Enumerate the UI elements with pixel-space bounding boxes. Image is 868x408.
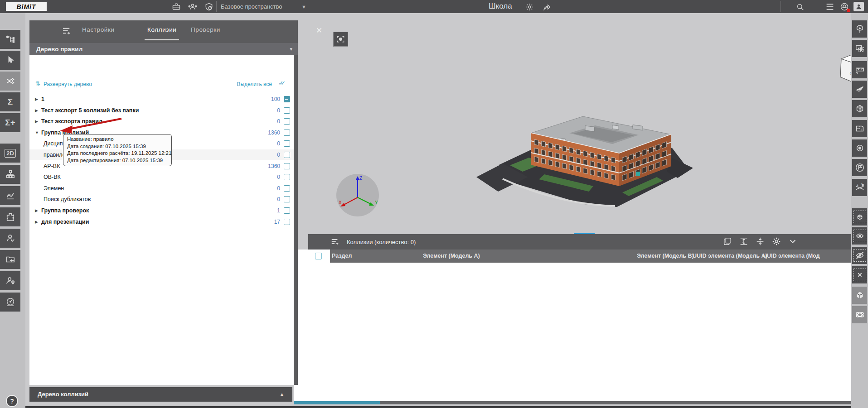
tree-item-label[interactable]: правило (44, 152, 66, 158)
tool-charts[interactable] (0, 186, 20, 205)
column-header[interactable]: Раздел (332, 253, 352, 259)
tool-orbit-mode[interactable] (852, 306, 867, 323)
tree-item-checkbox[interactable] (284, 130, 290, 136)
notifications-icon[interactable] (839, 2, 849, 12)
tool-collisions-tool[interactable] (0, 72, 20, 91)
expand-arrow-icon[interactable]: ▶ (35, 108, 39, 113)
shield-clock-icon[interactable] (204, 2, 214, 12)
expand-arrow-icon[interactable]: ▶ (35, 97, 39, 101)
search-icon[interactable] (795, 2, 805, 12)
tab-checks[interactable]: Проверки (191, 26, 220, 33)
share-icon[interactable] (542, 2, 552, 12)
tree-item-label[interactable]: ОВ-ВК (44, 174, 61, 180)
tool-dashboard-gauge[interactable] (0, 293, 20, 312)
tool-model-tree[interactable] (0, 30, 20, 49)
tool-view-2d[interactable]: 2D (0, 144, 20, 163)
tool-show-selected[interactable] (852, 227, 867, 245)
expand-arrow-icon[interactable]: ▶ (35, 220, 39, 224)
tree-item-checkbox[interactable] (284, 207, 290, 214)
close-icon[interactable]: ✕ (316, 26, 322, 35)
help-button[interactable]: ? (6, 395, 18, 407)
gear-icon[interactable] (524, 2, 534, 12)
footer-expand-icon[interactable]: ▲ (280, 387, 284, 402)
axis-gizmo[interactable]: Z X Y (335, 173, 380, 218)
tree-row[interactable]: ▶для презентации17 (29, 216, 294, 227)
tool-select-tool[interactable] (0, 51, 20, 70)
fit-view-button[interactable] (333, 32, 348, 47)
tree-item-checkbox[interactable] (284, 196, 290, 202)
tool-hide-selected[interactable] (852, 247, 867, 264)
tool-floor-plan[interactable] (852, 120, 867, 137)
collisions-table-body[interactable] (294, 263, 852, 401)
column-header[interactable]: Элемент (Модель А) (423, 253, 480, 259)
tree-row[interactable]: ▶Тест экспорт 5 коллизий без папки0 (29, 105, 294, 116)
tree-item-checkbox[interactable] (284, 185, 290, 192)
tool-user-location[interactable] (0, 271, 20, 290)
tree-row[interactable]: ▶Группа проверок1 (29, 205, 294, 216)
section-collapse-icon[interactable]: ▾ (290, 43, 292, 55)
settings-gear-icon[interactable] (771, 236, 781, 246)
tree-row[interactable]: Поиск дубликатов0 (29, 194, 294, 205)
tree-row[interactable]: Элемен0 (29, 183, 294, 194)
tool-shaded-mode[interactable] (852, 287, 867, 304)
expand-rows-icon[interactable] (739, 236, 749, 246)
horizontal-scrollbar-thumb[interactable] (294, 401, 380, 404)
collisions-menu-icon[interactable] (331, 238, 339, 245)
tool-locate-point[interactable] (852, 139, 867, 157)
tool-sum-checks[interactable]: Σ (0, 92, 20, 111)
building-model[interactable] (476, 90, 703, 244)
collisions-tree-footer[interactable]: Дерево коллизий ▲ (29, 387, 292, 402)
tree-item-label[interactable]: Группа проверок (41, 207, 89, 214)
tool-plugins[interactable] (0, 207, 20, 226)
expand-collapse-icon[interactable]: ⇅ (35, 80, 40, 87)
app-logo[interactable]: BiMiT (6, 2, 47, 11)
tree-item-checkbox[interactable] (284, 107, 290, 114)
tool-collision-pair[interactable]: 12 (852, 179, 867, 196)
user-avatar-icon[interactable] (853, 2, 864, 11)
copy-rows-icon[interactable] (723, 236, 732, 246)
column-header[interactable]: Элемент (Модель B) (637, 253, 694, 259)
tool-scheme[interactable] (0, 165, 20, 184)
select-all-link[interactable]: Выделить всё (237, 81, 272, 87)
team-icon[interactable] (188, 2, 198, 12)
tool-isolate-selected[interactable] (852, 208, 867, 226)
chevron-down-icon[interactable]: ▼ (301, 4, 306, 10)
tab-settings[interactable]: Настройки (82, 26, 115, 33)
select-all-checkbox[interactable] (315, 253, 322, 259)
tool-clear-selection[interactable] (852, 266, 867, 283)
tool-import-folder[interactable] (0, 250, 20, 269)
tree-row[interactable]: ▶Тест экспорта правил0 (29, 116, 294, 127)
double-check-icon[interactable]: ✓✓ (278, 80, 283, 86)
tree-item-checkbox[interactable] (284, 152, 290, 158)
tree-item-label[interactable]: Поиск дубликатов (44, 196, 91, 202)
tree-item-label[interactable]: Элемен (44, 185, 64, 192)
tool-environment-tree[interactable] (852, 20, 867, 38)
panel-menu-icon[interactable] (62, 27, 71, 34)
rules-tree-section-header[interactable]: Дерево правил ▾ (29, 43, 298, 55)
tab-collisions[interactable]: Коллизии (147, 26, 176, 33)
expand-arrow-icon[interactable]: ▶ (35, 119, 39, 124)
tree-item-label[interactable]: Тест экспорт 5 коллизий без папки (41, 107, 139, 114)
tool-flip-plane[interactable] (852, 81, 867, 98)
tree-item-checkbox[interactable] (284, 174, 290, 180)
expand-tree-link[interactable]: Развернуть дерево (44, 81, 92, 87)
chevron-down-icon[interactable] (788, 236, 798, 246)
tree-item-checkbox[interactable] (284, 118, 290, 125)
horizontal-scrollbar[interactable] (294, 401, 852, 404)
tree-item-label[interactable]: для презентации (41, 219, 89, 225)
tool-user-approve[interactable] (0, 229, 20, 248)
tool-ruler[interactable] (852, 61, 867, 78)
tool-flag-point[interactable] (852, 159, 867, 176)
tree-row[interactable]: ОВ-ВК0 (29, 172, 294, 182)
list-icon[interactable] (825, 2, 835, 12)
tool-capture-region[interactable] (852, 40, 867, 57)
collapse-rows-icon[interactable] (755, 236, 765, 246)
expand-arrow-icon[interactable]: ▶ (35, 208, 39, 213)
tool-sum-add[interactable]: Σ+ (0, 113, 20, 132)
workspace-selector[interactable]: Базовое пространство (221, 0, 282, 13)
tree-item-checkbox[interactable] (284, 163, 290, 169)
tree-item-checkbox[interactable] (284, 140, 290, 147)
tree-item-label[interactable]: Тест экспорта правил (41, 118, 102, 125)
column-header[interactable]: UUID элемента (Модель А) (693, 253, 767, 259)
tree-item-label[interactable]: АР-ВК (44, 163, 60, 169)
